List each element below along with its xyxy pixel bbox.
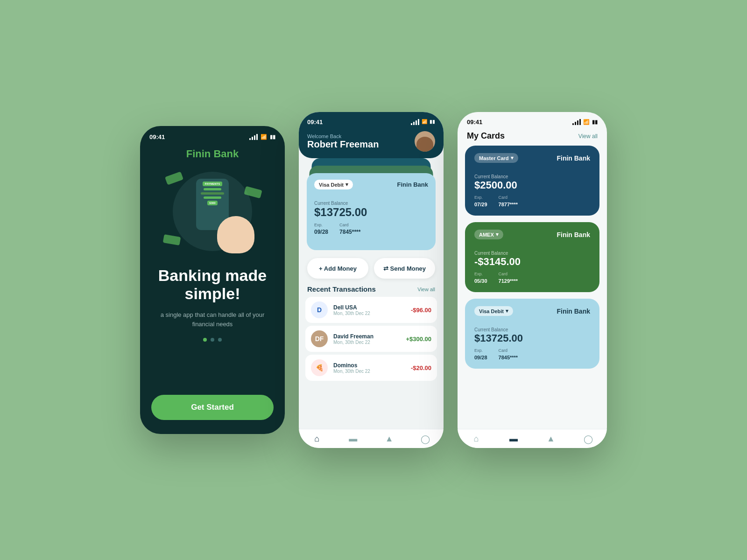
- tx-date: Mon, 30th Dec 22: [333, 340, 400, 345]
- splash-logo: Finin Bank: [186, 148, 239, 160]
- exp-value: 05/30: [474, 278, 487, 284]
- card-stack: Visa Debit ▾ Finin Bank Current Balance …: [303, 158, 439, 252]
- nav-cards[interactable]: ▬: [335, 434, 372, 444]
- card-num-value: 7877****: [499, 202, 518, 207]
- card-meta: Exp. 09/28 Card 7845****: [474, 348, 590, 361]
- dot-3: [218, 338, 222, 342]
- cards-list: Master Card ▾ Finin Bank Current Balance…: [458, 146, 607, 429]
- send-money-button[interactable]: ⇄ Send Money: [374, 258, 435, 279]
- cards-status-bar: 09:41 📶 ▮▮: [458, 112, 607, 129]
- exp-value: 09/28: [314, 229, 328, 235]
- card-bank: Finin Bank: [557, 308, 590, 315]
- user-greeting-row: Welcome Back Robert Freeman: [307, 131, 435, 152]
- get-started-button[interactable]: Get Started: [151, 395, 274, 420]
- profile-icon: ◯: [421, 434, 430, 444]
- analytics-icon: ▲: [385, 434, 394, 444]
- cards-status-icons: 📶 ▮▮: [572, 119, 598, 125]
- tx-info-dell: Dell USA Mon, 30th Dec 22: [333, 304, 405, 316]
- card-type: Visa Debit: [479, 308, 504, 314]
- card-num-label: Card: [499, 348, 518, 353]
- exp-label: Exp.: [314, 223, 328, 227]
- dashboard-header: 09:41 📶 ▮▮ Welcome Back Robert Freeman: [299, 112, 444, 158]
- cards-icon: ▬: [509, 434, 518, 444]
- nav-analytics[interactable]: ▲: [371, 434, 408, 444]
- exp-label: Exp.: [474, 348, 487, 353]
- nav-home[interactable]: ⌂: [458, 434, 495, 444]
- card-exp: Exp. 07/29: [474, 195, 487, 208]
- card-exp: Exp. 09/28: [314, 223, 328, 236]
- cards-bottom-navigation: ⌂ ▬ ▲ ◯: [458, 429, 607, 448]
- tx-name: David Freeman: [333, 333, 400, 340]
- nav-cards[interactable]: ▬: [495, 434, 532, 444]
- nav-analytics[interactable]: ▲: [532, 434, 570, 444]
- card-exp: Exp. 09/28: [474, 348, 487, 361]
- balance-label: Current Balance: [474, 251, 590, 256]
- wifi-icon: 📶: [583, 119, 590, 125]
- cards-view-all[interactable]: View all: [578, 133, 598, 140]
- transactions-view-all[interactable]: View all: [417, 287, 435, 292]
- profile-icon: ◯: [584, 434, 593, 444]
- home-icon: ⌂: [314, 434, 319, 444]
- card-amex[interactable]: AMEX ▾ Finin Bank Current Balance -$3145…: [465, 222, 599, 292]
- splash-subtext: a single app that can handle all of your…: [140, 310, 285, 329]
- nav-profile[interactable]: ◯: [570, 434, 607, 444]
- bill-3: [163, 234, 181, 245]
- signal-icon: [411, 119, 419, 125]
- card-visa[interactable]: Visa Debit ▾ Finin Bank Current Balance …: [465, 299, 599, 369]
- splash-status-icons: 📶 ▮▮: [249, 134, 275, 140]
- card-bank: Finin Bank: [557, 231, 590, 238]
- nav-home[interactable]: ⌂: [299, 434, 335, 444]
- chevron-down-icon: ▾: [511, 155, 514, 161]
- main-card[interactable]: Visa Debit ▾ Finin Bank Current Balance …: [307, 173, 436, 250]
- my-cards-title: My Cards: [467, 131, 505, 141]
- analytics-icon: ▲: [547, 434, 555, 444]
- card-type: Master Card: [479, 155, 509, 161]
- card-type-pill: Visa Debit ▾: [474, 306, 513, 316]
- card-bank: Finin Bank: [557, 154, 590, 162]
- card-meta: Exp. 05/30 Card 7129****: [474, 272, 590, 285]
- card-type: AMEX: [479, 232, 494, 238]
- tx-logo-dominos: 🍕: [311, 359, 328, 376]
- splash-status-bar: 09:41 📶 ▮▮: [140, 126, 285, 140]
- card-number: Card 7877****: [499, 195, 518, 208]
- dot-1: [203, 338, 207, 342]
- mini-amount: $300: [207, 201, 217, 205]
- mini-tag: PAYMENTS: [203, 182, 222, 186]
- card-meta: Exp. 09/28 Card 7845****: [314, 223, 428, 236]
- chevron-down-icon: ▾: [496, 231, 499, 238]
- balance-label: Current Balance: [314, 201, 428, 206]
- card-top: AMEX ▾ Finin Bank: [474, 230, 590, 239]
- tx-name: Dominos: [333, 362, 405, 369]
- card-num-label: Card: [499, 195, 518, 200]
- card-mastercard[interactable]: Master Card ▾ Finin Bank Current Balance…: [465, 146, 599, 216]
- avatar-body: [416, 137, 433, 152]
- tx-amount: +$300.00: [406, 336, 431, 343]
- card-number: Card 7129****: [499, 272, 518, 285]
- logo-plain: Bank: [211, 148, 239, 160]
- dashboard-status-icons: 📶 ▮▮: [411, 119, 435, 125]
- balance-label: Current Balance: [474, 327, 590, 332]
- card-type: Visa Debit: [319, 182, 344, 188]
- table-row[interactable]: 🍕 Dominos Mon, 30th Dec 22 -$20.00: [305, 355, 437, 381]
- card-num-value: 7845****: [339, 229, 360, 235]
- my-cards-header: My Cards View all: [458, 129, 607, 146]
- card-number: Card 7845****: [339, 223, 360, 236]
- exp-value: 07/29: [474, 202, 487, 207]
- nav-profile[interactable]: ◯: [408, 434, 444, 444]
- mini-bar-3: [204, 196, 221, 199]
- battery-icon: ▮▮: [592, 119, 598, 125]
- welcome-text: Welcome Back: [307, 133, 379, 139]
- card-chevron-icon: ▾: [345, 182, 348, 188]
- bill-1: [165, 171, 183, 185]
- card-type-pill: Master Card ▾: [474, 153, 518, 163]
- transactions-header: Recent Transactions View all: [299, 283, 444, 297]
- add-money-button[interactable]: + Add Money: [307, 258, 368, 279]
- table-row[interactable]: D Dell USA Mon, 30th Dec 22 -$96.00: [305, 297, 437, 323]
- signal-icon: [249, 134, 258, 140]
- card-top: Visa Debit ▾ Finin Bank: [474, 306, 590, 316]
- card-num-value: 7129****: [499, 278, 518, 284]
- table-row[interactable]: DF David Freeman Mon, 30th Dec 22 +$300.…: [305, 326, 437, 352]
- tx-date: Mon, 30th Dec 22: [333, 311, 405, 316]
- card-bank: Finin Bank: [397, 181, 428, 188]
- cards-time: 09:41: [467, 119, 482, 126]
